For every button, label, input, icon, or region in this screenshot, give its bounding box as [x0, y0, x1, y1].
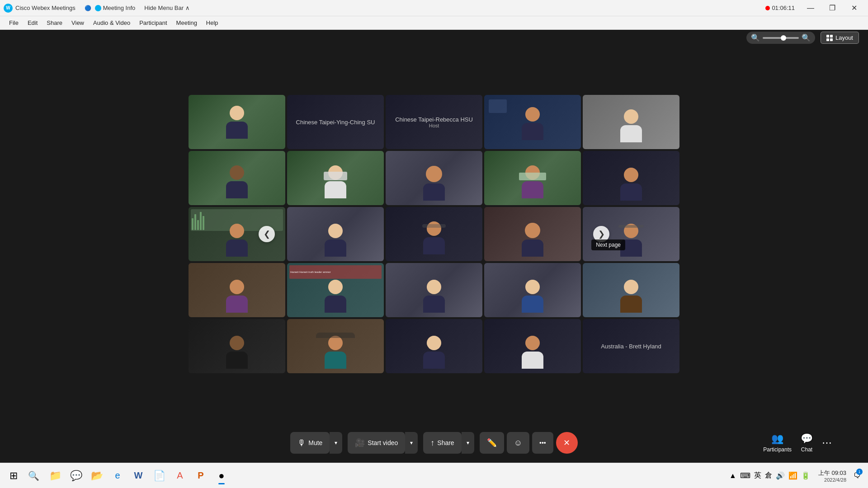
- zoom-search-bar[interactable]: 🔍 🔍: [746, 32, 815, 44]
- main-video-area: ❮ ❯ Next page Chinese Taipei-Ying-Ching …: [0, 30, 868, 438]
- next-page-tooltip: Next page: [591, 239, 625, 250]
- zoom-in-icon[interactable]: 🔍: [802, 33, 811, 42]
- video-cell-6: [189, 151, 285, 205]
- taskbar-app-files[interactable]: 📂: [87, 466, 107, 486]
- menu-edit[interactable]: Edit: [24, 18, 41, 28]
- close-button[interactable]: ✕: [844, 1, 864, 15]
- video-cell-24: [484, 319, 581, 373]
- video-cell-1: [189, 95, 285, 149]
- video-cell-2: Chinese Taipei-Ying-Ching SU: [287, 95, 384, 149]
- share-button[interactable]: ↑ Share: [423, 432, 461, 454]
- participants-icon: 👥: [771, 433, 783, 445]
- layout-button[interactable]: Layout: [821, 32, 859, 44]
- video-cell-8: [386, 151, 482, 205]
- mute-dropdown[interactable]: ▾: [330, 432, 342, 454]
- menu-bar: File Edit Share View Audio & Video Parti…: [0, 16, 868, 30]
- taskbar-app-acrobat[interactable]: A: [170, 466, 190, 486]
- ime-icon[interactable]: 英: [753, 470, 762, 481]
- share-icon: ↑: [430, 438, 434, 448]
- video-cell-19: [484, 263, 581, 317]
- tray-expand-icon[interactable]: ▲: [728, 471, 737, 481]
- video-cell-16: [189, 263, 285, 317]
- video-cell-18: [386, 263, 482, 317]
- video-cell-20: [583, 263, 679, 317]
- video-cell-13: [386, 207, 482, 261]
- keyboard-icon[interactable]: ⌨: [739, 470, 751, 481]
- app-icon: W: [4, 4, 13, 13]
- app-name: Cisco Webex Meetings: [15, 5, 75, 11]
- video-dropdown[interactable]: ▾: [405, 432, 418, 454]
- taskbar-app-files2[interactable]: 📄: [149, 466, 169, 486]
- video-cell-21: [189, 319, 285, 373]
- video-cell-7: [287, 151, 384, 205]
- video-cell-17: Hanwit Hanwit truth leader winner: [287, 263, 384, 317]
- recording-indicator: [765, 6, 770, 10]
- participants-button[interactable]: 👥 Participants: [763, 433, 792, 453]
- volume-icon[interactable]: 🔊: [775, 470, 786, 481]
- taskbar-app-webex[interactable]: ●: [212, 466, 231, 486]
- hide-menu-bar-button[interactable]: Hide Menu Bar ∧: [144, 5, 189, 11]
- video-cell-14: [484, 207, 581, 261]
- annotate-button[interactable]: ✏️: [480, 432, 504, 454]
- more-right-button[interactable]: ⋯: [822, 437, 832, 449]
- window-controls[interactable]: — ❐ ✕: [800, 1, 864, 15]
- video-cell-4: [484, 95, 581, 149]
- start-button[interactable]: ⊞: [4, 466, 24, 486]
- share-dropdown[interactable]: ▾: [462, 432, 474, 454]
- notification-badge: 1: [856, 469, 863, 475]
- taskbar-apps: 📁 💬 📂 e W 📄 A P ●: [45, 466, 231, 486]
- video-cell-12: [287, 207, 384, 261]
- menu-participant[interactable]: Participant: [136, 18, 170, 28]
- video-cell-23: [386, 319, 482, 373]
- layout-icon: [826, 35, 833, 41]
- system-clock[interactable]: 上午 09:03 2022/4/28: [815, 469, 850, 483]
- taskbar-search-button[interactable]: 🔍: [24, 466, 43, 486]
- chat-icon: 💬: [801, 433, 813, 445]
- video-cell-22: [287, 319, 384, 373]
- taskbar-app-edge[interactable]: e: [108, 466, 127, 486]
- video-cell-3: Chinese Taipei-Rebecca HSU Host: [386, 95, 482, 149]
- minimize-button[interactable]: —: [800, 1, 821, 15]
- right-controls: 👥 Participants 💬 Chat ⋯: [763, 425, 832, 461]
- system-tray: ▲ ⌨ 英 倉 🔊 📶 🔋: [725, 470, 815, 481]
- taskbar: ⊞ 🔍 📁 💬 📂 e W 📄 A P ● ▲ ⌨ 英 倉 🔊 📶 🔋 上午 0…: [0, 463, 868, 488]
- zoom-out-icon[interactable]: 🔍: [751, 33, 760, 42]
- menu-audio-video[interactable]: Audio & Video: [90, 18, 134, 28]
- prev-page-button[interactable]: ❮: [259, 226, 275, 242]
- end-icon: ✕: [563, 438, 570, 448]
- notification-center[interactable]: 🗨 1: [850, 466, 864, 486]
- menu-file[interactable]: File: [5, 18, 22, 28]
- input-method-icon[interactable]: 倉: [764, 470, 773, 481]
- top-toolbar: 🔍 🔍 Layout: [746, 32, 859, 44]
- restore-button[interactable]: ❐: [822, 1, 843, 15]
- video-cell-5: [583, 95, 679, 149]
- video-cell-9: [484, 151, 581, 205]
- control-bar: 🎙 Mute ▾ 🎥 Start video ▾ ↑ Share ▾ ✏️ ☺ …: [0, 425, 868, 461]
- menu-share[interactable]: Share: [43, 18, 66, 28]
- mute-button[interactable]: 🎙 Mute: [290, 432, 330, 454]
- zoom-slider[interactable]: [763, 37, 799, 39]
- taskbar-app-explorer[interactable]: 📁: [45, 466, 65, 486]
- mute-icon: 🎙: [297, 438, 306, 448]
- video-icon: 🎥: [355, 438, 365, 448]
- video-cell-10: [583, 151, 679, 205]
- reactions-button[interactable]: ☺: [507, 432, 529, 454]
- taskbar-app-teams[interactable]: 💬: [66, 466, 86, 486]
- title-bar: W Cisco Webex Meetings 🔵 Meeting Info Hi…: [0, 0, 868, 16]
- chat-button[interactable]: 💬 Chat: [801, 433, 813, 453]
- annotate-icon: ✏️: [487, 438, 497, 448]
- taskbar-app-powerpoint[interactable]: P: [191, 466, 211, 486]
- video-cell-25: Australia - Brett Hyland: [583, 319, 679, 373]
- reactions-icon: ☺: [514, 438, 522, 448]
- end-meeting-button[interactable]: ✕: [556, 432, 578, 454]
- more-options-button[interactable]: •••: [532, 432, 553, 454]
- menu-help[interactable]: Help: [203, 18, 222, 28]
- wifi-icon[interactable]: 📶: [788, 470, 798, 481]
- meeting-info-button[interactable]: Meeting Info: [95, 5, 136, 11]
- start-video-button[interactable]: 🎥 Start video: [348, 432, 405, 454]
- battery-icon[interactable]: 🔋: [800, 470, 811, 481]
- meeting-timer: 01:06:11: [765, 5, 795, 11]
- menu-meeting[interactable]: Meeting: [173, 18, 201, 28]
- menu-view[interactable]: View: [68, 18, 88, 28]
- taskbar-app-word[interactable]: W: [128, 466, 148, 486]
